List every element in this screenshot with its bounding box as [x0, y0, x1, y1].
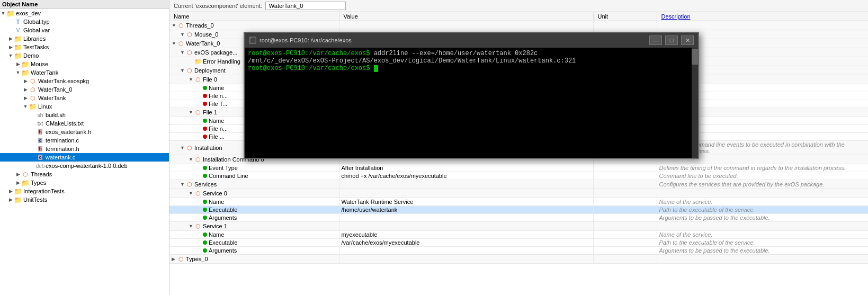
tree-item-mouse[interactable]: ▶📁Mouse — [0, 60, 169, 68]
terminal-output: /mnt/c/_dev/exOS/exOS-Project/AS/exos_de… — [248, 57, 576, 65]
prop-desc-cell: Defines the timing of the command in reg… — [657, 164, 868, 172]
tree-toggle-exos_dev[interactable]: ▼ — [0, 10, 6, 16]
tree-item-libraries[interactable]: ▶📁Libraries — [0, 34, 169, 43]
prop-value-cell[interactable]: chmod +x /var/cache/exos/myexecutable — [339, 172, 593, 180]
prop-value-cell[interactable]: /home/user/watertank — [339, 206, 593, 214]
tree-item-termination_h[interactable]: htermination.h — [0, 145, 169, 153]
prop-value-cell[interactable]: WaterTank Runtime Service — [339, 198, 593, 206]
tree-item-integrationtests[interactable]: ▶📁IntegrationTests — [0, 187, 169, 195]
prop-toggle[interactable]: ▼ — [180, 68, 186, 73]
prop-toggle[interactable]: ▼ — [189, 157, 194, 162]
prop-value-cell[interactable] — [339, 214, 593, 222]
tree-toggle-linux[interactable]: ▼ — [22, 103, 29, 110]
table-row[interactable]: Executable /var/cache/exos/myexecutable … — [169, 239, 868, 247]
tree-toggle-build_sh[interactable] — [30, 112, 36, 118]
prop-toggle[interactable]: ▼ — [180, 145, 186, 150]
tree-toggle-libraries[interactable]: ▶ — [7, 35, 14, 42]
tree-label-build_sh: build.sh — [46, 112, 66, 118]
prop-toggle[interactable]: ▼ — [189, 77, 194, 82]
prop-value-cell[interactable]: After Installation — [339, 164, 593, 172]
tree-item-watertank[interactable]: ▼📁WaterTank — [0, 68, 169, 77]
prop-name-cell: ▶⬡Types_0 — [169, 255, 339, 264]
terminal-close-button[interactable]: ✕ — [681, 35, 694, 45]
table-row[interactable]: Arguments Arguments to be passed to the … — [169, 247, 868, 255]
terminal-maximize-button[interactable]: □ — [665, 35, 678, 45]
tree-toggle-watertank_c[interactable] — [30, 154, 36, 160]
tree-toggle-integrationtests[interactable]: ▶ — [7, 188, 14, 194]
status-dot-red — [203, 102, 207, 106]
table-row[interactable]: ▼⬡Service 1 — [169, 222, 868, 231]
tree-item-watertank_expkg[interactable]: ▶⬡WaterTank.exospkg — [0, 77, 169, 85]
tree-item-termination_c[interactable]: ctermination.c — [0, 136, 169, 145]
tree-toggle-global_typ[interactable] — [7, 19, 14, 25]
table-row[interactable]: ▼⬡Threads_0 — [169, 21, 868, 30]
current-element-input[interactable] — [265, 2, 346, 10]
table-row[interactable]: Arguments Arguments to be passed to the … — [169, 214, 868, 222]
tree-toggle-termination_h[interactable] — [30, 146, 36, 152]
table-row[interactable]: Name WaterTank Runtime Service Name of t… — [169, 198, 868, 206]
prop-value-cell[interactable]: myexecutable — [339, 231, 593, 239]
table-row[interactable]: Executable /home/user/watertank Path to … — [169, 206, 868, 214]
prop-toggle[interactable]: ▶ — [172, 256, 177, 262]
status-dot-green — [203, 233, 207, 237]
prop-toggle[interactable]: ▼ — [189, 224, 194, 229]
table-row[interactable]: ▼⬡Services Configures the services that … — [169, 180, 868, 189]
tree-item-watertank_main[interactable]: ▶⬡WaterTank — [0, 94, 169, 102]
prop-value-cell — [339, 255, 593, 264]
tree-item-unittests[interactable]: ▶📁UnitTests — [0, 195, 169, 204]
prop-toggle[interactable]: ▼ — [189, 191, 194, 196]
tree-item-exos_deb[interactable]: debexos-comp-watertank-1.0.0.deb — [0, 162, 169, 170]
prop-toggle[interactable]: ▼ — [180, 182, 186, 187]
tree-toggle-demo[interactable]: ▼ — [7, 52, 14, 59]
tree-item-linux[interactable]: ▼📁Linux — [0, 102, 169, 111]
table-row[interactable]: Command Line chmod +x /var/cache/exos/my… — [169, 172, 868, 180]
tree-toggle-unittests[interactable]: ▶ — [7, 196, 14, 203]
tree-icon-watertank_main: ⬡ — [29, 94, 37, 102]
prop-toggle[interactable]: ▼ — [189, 110, 194, 115]
tree-item-demo[interactable]: ▼📁Demo — [0, 51, 169, 60]
prop-desc-cell: Name of the service. — [657, 198, 868, 206]
tree-toggle-watertank[interactable]: ▼ — [15, 69, 21, 76]
tree-toggle-threads[interactable]: ▶ — [15, 171, 21, 177]
prop-toggle[interactable]: ▼ — [172, 23, 177, 28]
tree-toggle-mouse[interactable]: ▶ — [15, 61, 21, 67]
prop-value-cell[interactable] — [339, 247, 593, 255]
tree-item-threads[interactable]: ▶⬡Threads — [0, 170, 169, 178]
tree-toggle-exos_watertank_h[interactable] — [30, 129, 36, 135]
tree-item-watertank_c[interactable]: cwatertank.c — [0, 153, 169, 162]
prop-value-cell[interactable]: /var/cache/exos/myexecutable — [339, 239, 593, 247]
table-row[interactable]: ▼⬡Service 0 — [169, 189, 868, 198]
tree-toggle-termination_c[interactable] — [30, 137, 36, 144]
tree-toggle-testtasks[interactable]: ▶ — [7, 44, 14, 50]
tree-toggle-watertank_0[interactable]: ▶ — [22, 86, 29, 93]
prop-name-cell: Executable — [169, 206, 339, 214]
tree-item-testtasks[interactable]: ▶📁TestTasks — [0, 43, 169, 51]
tree-item-global_typ[interactable]: TGlobal.typ — [0, 17, 169, 26]
tree-item-watertank_0[interactable]: ▶⬡WaterTank_0 — [0, 85, 169, 94]
tree-label-integrationtests: IntegrationTests — [23, 188, 65, 194]
terminal-body[interactable]: root@exos-PC910:/var/cache/exos$ addr2li… — [245, 48, 692, 158]
tree-icon-testtasks: 📁 — [14, 43, 22, 51]
tree-toggle-watertank_main[interactable]: ▶ — [22, 95, 29, 101]
prop-toggle[interactable]: ▼ — [180, 32, 186, 37]
table-row[interactable]: Event Type After Installation Defines th… — [169, 164, 868, 172]
terminal-minimize-button[interactable]: — — [649, 35, 662, 45]
tree-toggle-exos_deb[interactable] — [30, 163, 36, 169]
prop-icon-service: ⬡ — [194, 222, 202, 230]
prop-toggle[interactable]: ▼ — [172, 41, 177, 46]
tree-label-watertank_expkg: WaterTank.exospkg — [38, 78, 89, 84]
table-row[interactable]: Name myexecutable Name of the service. — [169, 231, 868, 239]
tree-item-build_sh[interactable]: shbuild.sh — [0, 111, 169, 119]
tree-item-cmakelists[interactable]: txtCMakeLists.txt — [0, 119, 169, 128]
terminal-scrollbar[interactable] — [692, 48, 698, 158]
tree-item-global_var[interactable]: VGlobal.var — [0, 26, 169, 34]
tree-toggle-watertank_expkg[interactable]: ▶ — [22, 78, 29, 84]
tree-item-exos_watertank_h[interactable]: hexos_watertank.h — [0, 128, 169, 136]
table-row[interactable]: ▶⬡Types_0 — [169, 255, 868, 264]
tree-toggle-types[interactable]: ▶ — [15, 180, 21, 186]
prop-toggle[interactable]: ▼ — [180, 50, 186, 55]
tree-toggle-cmakelists[interactable] — [30, 120, 36, 127]
tree-toggle-global_var[interactable] — [7, 27, 14, 33]
tree-item-exos_dev[interactable]: ▼📁exos_dev — [0, 9, 169, 17]
tree-item-types[interactable]: ▶📁Types — [0, 178, 169, 187]
